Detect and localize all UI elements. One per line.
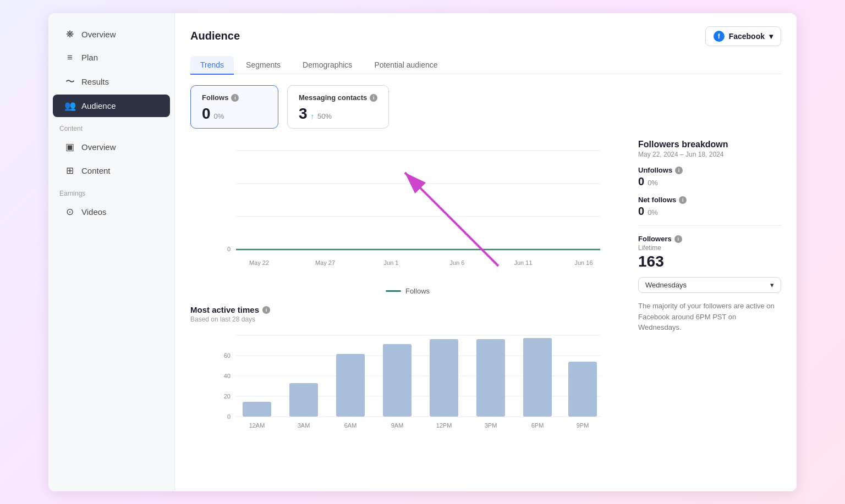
sidebar-item-overview[interactable]: ❋ Overview [53,23,170,46]
net-follows-label: Net follows i [638,196,781,204]
bar-chart-subtitle: Based on last 28 days [190,315,625,323]
svg-text:6PM: 6PM [531,422,544,429]
svg-text:12AM: 12AM [249,422,265,429]
unfollows-value: 0 0% [638,175,781,188]
app-container: ❋ Overview ≡ Plan 〜 Results 👥 Audience C… [48,13,797,491]
net-follows-info-icon: i [679,196,687,204]
svg-rect-33 [476,339,505,417]
chart-legend: Follows [190,287,625,295]
day-selector-button[interactable]: Wednesdays ▾ [638,277,781,293]
svg-text:0: 0 [227,413,231,420]
follows-value: 0 0% [202,105,267,123]
main-content: Audience f Facebook ▾ Trends Segments De… [175,13,797,491]
follows-info-icon: i [231,94,239,102]
dropdown-arrow-icon: ▾ [769,32,773,41]
breakdown-title: Followers breakdown [638,140,781,149]
svg-rect-23 [243,402,271,417]
svg-text:12PM: 12PM [436,422,452,429]
videos-icon: ⊙ [64,206,76,218]
sidebar-item-content-overview[interactable]: ▣ Overview [53,136,170,158]
page-header: Audience f Facebook ▾ [190,26,781,46]
plan-icon: ≡ [64,52,76,63]
legend-follows-line [386,290,401,292]
bar-chart-title: Most active times i [190,305,625,314]
tab-potential-audience[interactable]: Potential audience [364,56,447,75]
svg-text:Jun 16: Jun 16 [574,259,592,266]
svg-rect-27 [336,354,365,417]
svg-text:40: 40 [224,373,231,379]
line-chart-wrapper: 0 May 22 May 27 Jun 1 Jun 6 Jun 11 Jun 1… [190,140,625,295]
svg-text:3PM: 3PM [485,422,497,429]
bar-chart-info-icon: i [262,306,270,314]
svg-text:9AM: 9AM [391,422,404,429]
svg-text:Jun 1: Jun 1 [384,259,399,266]
svg-rect-37 [568,362,597,417]
svg-text:Jun 6: Jun 6 [450,259,465,266]
sidebar-item-results[interactable]: 〜 Results [53,70,170,93]
breakdown-date-range: May 22, 2024 – Jun 18, 2024 [638,151,781,158]
follows-pct: 0% [214,112,224,120]
svg-rect-29 [383,344,411,417]
svg-text:9PM: 9PM [577,422,589,429]
facebook-selector-button[interactable]: f Facebook ▾ [705,26,781,46]
followers-info-icon: i [674,235,682,243]
results-icon: 〜 [64,75,76,88]
svg-text:20: 20 [224,393,231,400]
svg-rect-31 [430,339,458,417]
day-selector-label: Wednesdays [645,281,687,289]
svg-text:60: 60 [224,352,231,359]
svg-text:0: 0 [227,246,231,252]
tab-trends[interactable]: Trends [190,56,234,75]
svg-text:6AM: 6AM [344,422,357,429]
follows-metric-card[interactable]: Follows i 0 0% [190,85,278,129]
legend-follows-label: Follows [405,287,430,295]
day-selector-arrow-icon: ▾ [770,281,774,289]
tab-demographics[interactable]: Demographics [293,56,362,75]
insight-text: The majority of your followers are activ… [638,301,781,333]
page-title: Audience [190,30,240,42]
svg-rect-25 [289,383,318,417]
bar-chart-section: Most active times i Based on last 28 day… [190,305,625,442]
svg-text:3AM: 3AM [298,422,310,429]
audience-icon: 👥 [64,100,76,112]
unfollows-pct: 0% [648,179,658,187]
sidebar-item-videos[interactable]: ⊙ Videos [53,201,170,223]
earnings-section-label: Earnings [48,183,174,200]
chart-section: 0 May 22 May 27 Jun 1 Jun 6 Jun 11 Jun 1… [190,140,625,442]
overview-icon: ❋ [64,29,76,40]
messaging-label: Messaging contacts i [299,93,377,102]
content-section-label: Content [48,118,174,135]
facebook-label: Facebook [729,32,765,41]
svg-rect-35 [523,338,552,417]
messaging-trend: ↑ [311,112,315,120]
content-row: 0 May 22 May 27 Jun 1 Jun 6 Jun 11 Jun 1… [190,140,781,442]
tabs-bar: Trends Segments Demographics Potential a… [190,56,781,75]
followers-label: Followers i [638,235,781,243]
messaging-info-icon: i [370,94,377,102]
svg-text:Jun 11: Jun 11 [514,259,532,266]
sidebar-item-content[interactable]: ⊞ Content [53,159,170,182]
unfollows-info-icon: i [675,167,683,174]
messaging-metric-card[interactable]: Messaging contacts i 3 ↑ 50% [287,85,389,129]
tab-segments[interactable]: Segments [236,56,290,75]
followers-section: Followers i Lifetime 163 [638,235,781,270]
sidebar: ❋ Overview ≡ Plan 〜 Results 👥 Audience C… [48,13,175,491]
sidebar-item-audience[interactable]: 👥 Audience [53,95,170,117]
panel-divider [638,225,781,226]
unfollows-label: Unfollows i [638,166,781,174]
content-overview-icon: ▣ [64,141,76,153]
metrics-row: Follows i 0 0% Messaging contacts i 3 ↑ … [190,85,781,129]
facebook-icon: f [714,31,725,42]
messaging-pct: 50% [317,112,332,120]
followers-lifetime: Lifetime [638,244,781,252]
svg-text:May 27: May 27 [315,259,335,266]
bar-chart-svg: 0 20 40 60 12AM 3AM 6AM [190,330,625,440]
right-panel: Followers breakdown May 22, 2024 – Jun 1… [638,140,781,442]
line-chart-svg: 0 May 22 May 27 Jun 1 Jun 6 Jun 11 Jun 1… [190,140,625,283]
follows-label: Follows i [202,93,267,102]
sidebar-item-plan[interactable]: ≡ Plan [53,47,170,69]
net-follows-pct: 0% [648,208,658,217]
messaging-value: 3 ↑ 50% [299,105,377,123]
net-follows-value: 0 0% [638,205,781,218]
followers-value: 163 [638,253,781,270]
